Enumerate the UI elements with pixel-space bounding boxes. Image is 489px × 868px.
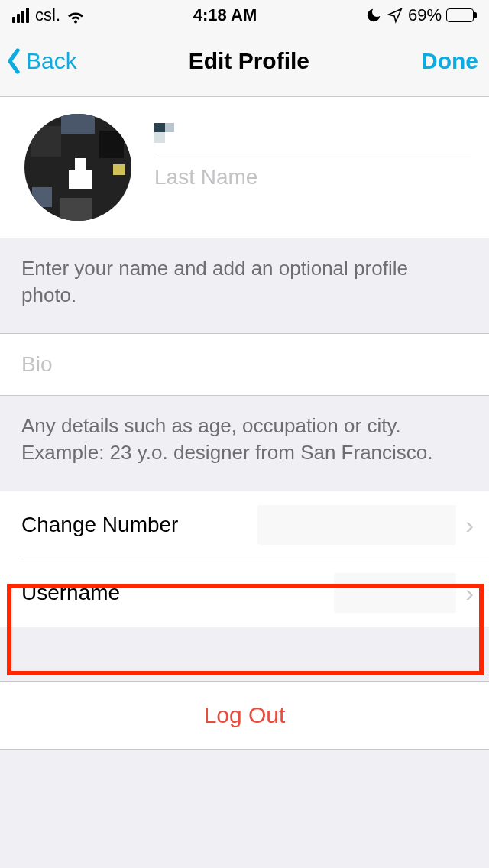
battery-percent: 69%: [408, 5, 442, 25]
page-title: Edit Profile: [189, 48, 309, 74]
last-name-field[interactable]: [154, 157, 471, 200]
bio-field[interactable]: [21, 352, 468, 377]
signal-icon: [12, 8, 29, 23]
status-bar: csl. 4:18 AM 69%: [0, 0, 489, 31]
bio-section: [0, 334, 489, 395]
bio-footer: Any details such as age, occupation or c…: [0, 396, 489, 491]
profile-section: [0, 96, 489, 238]
time-label: 4:18 AM: [193, 5, 257, 25]
logout-button[interactable]: Log Out: [0, 682, 489, 749]
status-left: csl.: [12, 5, 85, 25]
username-row[interactable]: Username ›: [0, 559, 489, 627]
wifi-icon: [66, 6, 85, 24]
name-footer: Enter your name and add an optional prof…: [0, 238, 489, 333]
first-name-field[interactable]: [154, 115, 471, 157]
phone-value-redacted: [257, 505, 456, 545]
location-arrow-icon: [387, 7, 403, 24]
nav-bar: Back Edit Profile Done: [0, 31, 489, 96]
logout-label: Log Out: [204, 702, 286, 728]
back-button[interactable]: Back: [5, 47, 77, 75]
first-name-value: [154, 123, 185, 143]
change-number-row[interactable]: Change Number ›: [0, 491, 489, 559]
chevron-right-icon: ›: [465, 579, 474, 607]
back-label: Back: [26, 48, 77, 74]
carrier-label: csl.: [35, 5, 60, 25]
moon-icon: [365, 7, 382, 24]
profile-photo[interactable]: [24, 114, 131, 221]
chevron-left-icon: [5, 47, 23, 75]
change-number-label: Change Number: [21, 513, 178, 537]
status-right: 69%: [365, 5, 477, 25]
chevron-right-icon: ›: [465, 511, 474, 539]
username-value-redacted: [334, 573, 456, 613]
battery-icon: [446, 8, 477, 22]
done-button[interactable]: Done: [421, 48, 478, 74]
username-label: Username: [21, 581, 120, 605]
